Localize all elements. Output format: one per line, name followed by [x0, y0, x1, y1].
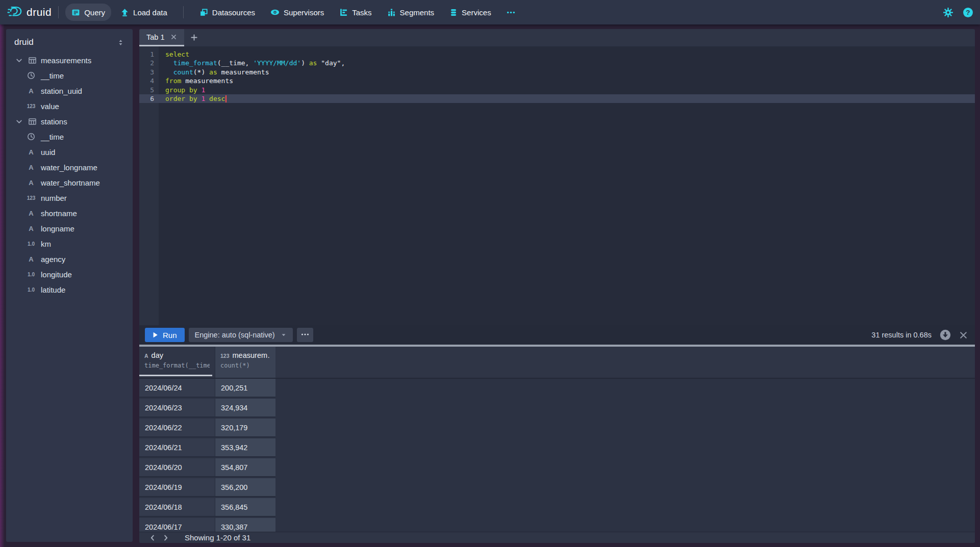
code-text: from measurements: [159, 76, 233, 85]
line-number: 1: [139, 50, 159, 59]
editor-line-2[interactable]: 2 time_format(__time, 'YYYY/MM/dd') as "…: [139, 59, 975, 67]
result-cell-day[interactable]: 2024/06/17: [139, 518, 215, 532]
nav-item-segments[interactable]: Segments: [381, 4, 441, 21]
result-cell-measurements[interactable]: 354,807: [215, 458, 275, 477]
druid-logo[interactable]: druid: [7, 4, 52, 20]
next-page-button[interactable]: [159, 532, 172, 543]
engine-select-button[interactable]: Engine: auto (sql-native): [189, 328, 293, 342]
add-tab-button[interactable]: [184, 31, 204, 46]
string-type-icon: A: [27, 87, 36, 95]
editor-line-4[interactable]: 4from measurements: [139, 76, 975, 85]
page-left-glow: [0, 0, 5, 547]
chevron-down-icon[interactable]: [14, 118, 23, 125]
help-icon[interactable]: ?: [963, 8, 973, 17]
schema-column-km[interactable]: 1.0km: [6, 236, 133, 251]
result-cell-day[interactable]: 2024/06/24: [139, 379, 215, 398]
datasources-icon: [199, 8, 208, 17]
schema-column-station_uuid[interactable]: Astation_uuid: [6, 83, 133, 98]
run-button-label: Run: [163, 331, 177, 340]
text-cursor: [225, 95, 227, 102]
result-cell-day[interactable]: 2024/06/22: [139, 419, 215, 437]
schema-column-latitude[interactable]: 1.0latitude: [6, 282, 133, 297]
column-name: measurem…: [233, 351, 270, 359]
query-more-button[interactable]: [297, 328, 313, 342]
tab-close-icon[interactable]: [170, 34, 177, 40]
settings-gear-icon[interactable]: [943, 8, 953, 17]
column-header-measurements[interactable]: 123measurem… count(*): [215, 347, 275, 378]
result-cell-day[interactable]: 2024/06/21: [139, 438, 215, 457]
run-bar: Run Engine: auto (sql-native) 31 results…: [139, 325, 975, 345]
result-cell-day[interactable]: 2024/06/18: [139, 498, 215, 517]
float-type-icon: 1.0: [27, 272, 36, 277]
schema-table-stations[interactable]: stations: [6, 114, 133, 129]
column-expression: count(*): [220, 362, 270, 369]
result-row: 2024/06/17330,387: [139, 518, 975, 532]
schema-column-shortname[interactable]: Ashortname: [6, 205, 133, 221]
schema-column-value[interactable]: 123value: [6, 98, 133, 114]
column-name: water_longname: [41, 163, 97, 172]
float-type-icon: 1.0: [27, 287, 36, 293]
result-cell-day[interactable]: 2024/06/20: [139, 458, 215, 477]
close-results-button[interactable]: [959, 331, 968, 340]
navbar: druid QueryLoad dataDatasourcesSuperviso…: [0, 0, 980, 24]
result-cell-day[interactable]: 2024/06/23: [139, 399, 215, 418]
editor-line-6[interactable]: 6order by 1 desc: [139, 94, 975, 103]
schema-column-longname[interactable]: Alongname: [6, 221, 133, 236]
result-row: 2024/06/19356,200: [139, 478, 975, 498]
schema-column-number[interactable]: 123number: [6, 190, 133, 205]
result-cell-measurements[interactable]: 200,251: [215, 379, 275, 398]
code-text: count(*) as measurements: [159, 68, 269, 76]
tab-query-1[interactable]: Tab 1: [139, 29, 184, 46]
editor-line-5[interactable]: 5group by 1: [139, 86, 975, 94]
more-dots-icon: [301, 330, 309, 340]
schema-column-water_longname[interactable]: Awater_longname: [6, 160, 133, 175]
result-cell-day[interactable]: 2024/06/19: [139, 478, 215, 497]
schema-column-__time[interactable]: __time: [6, 129, 133, 144]
nav-item-supervisors[interactable]: Supervisors: [264, 4, 330, 21]
nav-item-services[interactable]: Services: [443, 4, 497, 21]
schema-column-longitude[interactable]: 1.0longitude: [6, 267, 133, 282]
navbar-divider: [183, 6, 184, 18]
code-text: order by 1 desc: [159, 94, 227, 103]
gantt-icon: [339, 8, 348, 17]
string-type-icon: A: [27, 255, 36, 263]
string-type-icon: A: [144, 353, 148, 359]
navbar-right: ?: [943, 8, 973, 17]
nav-item-load-data[interactable]: Load data: [114, 4, 173, 21]
schema-table-measurements[interactable]: measurements: [6, 53, 133, 68]
chevron-down-icon[interactable]: [14, 57, 23, 64]
clock-icon: [27, 133, 36, 141]
result-cell-measurements[interactable]: 356,845: [215, 498, 275, 517]
editor-line-1[interactable]: 1select: [139, 50, 975, 59]
schema-column-agency[interactable]: Aagency: [6, 251, 133, 267]
schema-sidebar: druid measurements__timeAstation_uuid123…: [6, 29, 133, 542]
column-name: value: [41, 102, 59, 111]
download-results-button[interactable]: [940, 329, 951, 341]
query-workbench: Tab 1 1select2 time_format(__time, 'YYYY…: [139, 29, 975, 543]
nav-item-more[interactable]: [500, 4, 521, 21]
run-button[interactable]: Run: [145, 328, 185, 342]
line-number: 2: [139, 59, 159, 67]
result-row: 2024/06/21353,942: [139, 438, 975, 458]
tab-bar: Tab 1: [139, 29, 975, 46]
result-cell-measurements[interactable]: 320,179: [215, 419, 275, 437]
result-cell-measurements[interactable]: 330,387: [215, 518, 275, 532]
result-cell-measurements[interactable]: 353,942: [215, 438, 275, 457]
column-header-day[interactable]: Aday time_format(__time, …: [139, 347, 215, 378]
nav-item-query[interactable]: Query: [65, 4, 111, 21]
result-cell-measurements[interactable]: 324,934: [215, 399, 275, 418]
eye-icon: [270, 8, 280, 17]
schema-column-uuid[interactable]: Auuid: [6, 144, 133, 160]
schema-column-__time[interactable]: __time: [6, 68, 133, 83]
float-type-icon: 1.0: [27, 241, 36, 247]
nav-item-datasources[interactable]: Datasources: [193, 4, 261, 21]
editor-line-3[interactable]: 3 count(*) as measurements: [139, 68, 975, 76]
nav-item-tasks[interactable]: Tasks: [333, 4, 378, 21]
table-name: stations: [41, 117, 67, 126]
pagination-text: Showing 1-20 of 31: [185, 533, 250, 542]
previous-page-button[interactable]: [146, 532, 159, 543]
double-caret-vertical-icon[interactable]: [117, 39, 124, 46]
schema-column-water_shortname[interactable]: Awater_shortname: [6, 175, 133, 190]
sql-editor[interactable]: 1select2 time_format(__time, 'YYYY/MM/dd…: [139, 46, 975, 325]
result-cell-measurements[interactable]: 356,200: [215, 478, 275, 497]
